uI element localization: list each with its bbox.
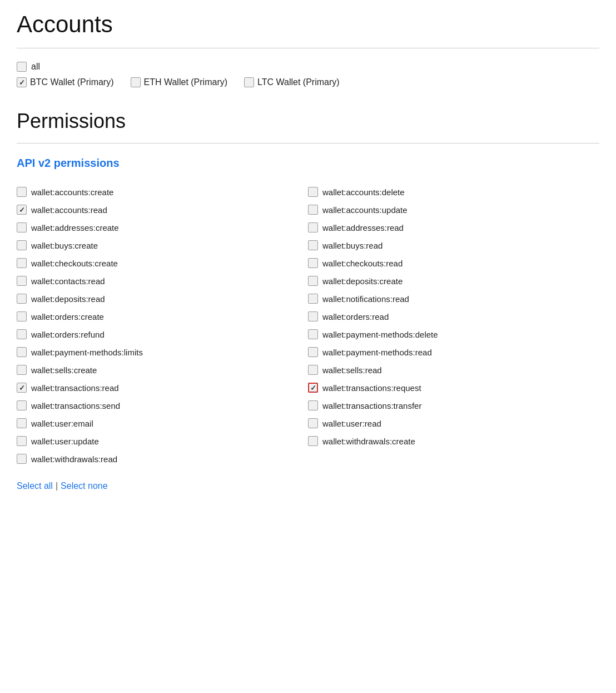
perm-label: wallet:accounts:create <box>31 187 113 197</box>
perm-wallet-payment-methods-read: wallet:payment-methods:read <box>308 343 599 361</box>
cb-wallet-transactions-send[interactable] <box>17 400 27 410</box>
perm-wallet-transactions-transfer: wallet:transactions:transfer <box>308 397 599 414</box>
perm-label: wallet:user:update <box>31 437 99 446</box>
page-title: Accounts <box>17 11 599 38</box>
cb-wallet-deposits-read[interactable] <box>17 294 27 304</box>
perm-wallet-transactions-request: wallet:transactions:request <box>308 379 599 397</box>
select-links: Select all|Select none <box>17 481 599 491</box>
cb-wallet-accounts-delete[interactable] <box>308 187 318 197</box>
select-none-link[interactable]: Select none <box>61 481 108 491</box>
btc-checkbox[interactable] <box>17 77 27 87</box>
eth-checkbox[interactable] <box>131 77 141 87</box>
pipe-separator: | <box>56 481 58 491</box>
cb-wallet-user-read[interactable] <box>308 418 318 428</box>
btc-label: BTC Wallet (Primary) <box>30 77 114 87</box>
perm-label: wallet:transactions:read <box>31 383 119 393</box>
perm-label: wallet:withdrawals:read <box>31 454 117 464</box>
perm-wallet-transactions-read: wallet:transactions:read <box>17 379 308 397</box>
perm-wallet-accounts-update: wallet:accounts:update <box>308 201 599 219</box>
cb-wallet-sells-read[interactable] <box>308 365 318 375</box>
cb-wallet-transactions-read[interactable] <box>17 383 27 393</box>
perm-label: wallet:contacts:read <box>31 276 105 286</box>
accounts-section: Accounts all BTC Wallet (Primary) ETH Wa… <box>17 11 599 87</box>
perm-label: wallet:transactions:request <box>322 383 421 393</box>
cb-wallet-deposits-create[interactable] <box>308 276 318 286</box>
cb-wallet-buys-read[interactable] <box>308 240 318 250</box>
cb-wallet-orders-create[interactable] <box>17 311 27 321</box>
perm-label: wallet:withdrawals:create <box>322 437 415 446</box>
perm-label: wallet:sells:read <box>322 365 382 375</box>
perm-label: wallet:payment-methods:delete <box>322 330 438 339</box>
cb-wallet-withdrawals-create[interactable] <box>308 436 318 446</box>
all-row: all <box>17 62 599 72</box>
perm-label: wallet:deposits:read <box>31 294 105 304</box>
perm-wallet-withdrawals-create: wallet:withdrawals:create <box>308 432 599 450</box>
perm-wallet-addresses-create: wallet:addresses:create <box>17 219 308 236</box>
cb-wallet-checkouts-create[interactable] <box>17 258 27 268</box>
all-checkbox[interactable] <box>17 62 27 72</box>
cb-wallet-addresses-create[interactable] <box>17 222 27 232</box>
cb-wallet-addresses-read[interactable] <box>308 222 318 232</box>
cb-wallet-orders-refund[interactable] <box>17 329 27 339</box>
perm-wallet-checkouts-create: wallet:checkouts:create <box>17 254 308 272</box>
perm-label: wallet:sells:create <box>31 365 97 375</box>
cb-wallet-contacts-read[interactable] <box>17 276 27 286</box>
cb-wallet-orders-read[interactable] <box>308 311 318 321</box>
perm-wallet-buys-create: wallet:buys:create <box>17 236 308 254</box>
cb-wallet-notifications-read[interactable] <box>308 294 318 304</box>
all-label: all <box>31 62 40 72</box>
perm-wallet-orders-create: wallet:orders:create <box>17 308 308 325</box>
perm-wallet-deposits-read: wallet:deposits:read <box>17 290 308 308</box>
perm-wallet-payment-methods-delete: wallet:payment-methods:delete <box>308 325 599 343</box>
perm-label: wallet:user:email <box>31 419 93 428</box>
perm-wallet-contacts-read: wallet:contacts:read <box>17 272 308 290</box>
perm-wallet-withdrawals-read: wallet:withdrawals:read <box>17 450 308 468</box>
perm-wallet-accounts-read: wallet:accounts:read <box>17 201 308 219</box>
perm-wallet-notifications-read: wallet:notifications:read <box>308 290 599 308</box>
wallet-ltc: LTC Wallet (Primary) <box>244 77 340 87</box>
perm-label: wallet:accounts:update <box>322 205 408 215</box>
perm-wallet-orders-read: wallet:orders:read <box>308 308 599 325</box>
cb-wallet-buys-create[interactable] <box>17 240 27 250</box>
perm-label: wallet:deposits:create <box>322 276 403 286</box>
perm-wallet-user-read: wallet:user:read <box>308 414 599 432</box>
perm-label: wallet:notifications:read <box>322 294 409 304</box>
cb-wallet-withdrawals-read[interactable] <box>17 454 27 464</box>
accounts-divider <box>17 48 599 48</box>
cb-wallet-payment-methods-delete[interactable] <box>308 329 318 339</box>
perm-wallet-buys-read: wallet:buys:read <box>308 236 599 254</box>
perm-label: wallet:orders:read <box>322 312 389 321</box>
perm-label: wallet:addresses:read <box>322 223 404 232</box>
cb-wallet-transactions-request[interactable] <box>308 383 318 393</box>
perm-label: wallet:orders:create <box>31 312 104 321</box>
perm-wallet-sells-create: wallet:sells:create <box>17 361 308 379</box>
permissions-grid: wallet:accounts:create wallet:accounts:r… <box>17 183 599 468</box>
perm-label: wallet:addresses:create <box>31 223 119 232</box>
cb-wallet-transactions-transfer[interactable] <box>308 400 318 410</box>
perm-wallet-user-update: wallet:user:update <box>17 432 308 450</box>
ltc-checkbox[interactable] <box>244 77 254 87</box>
cb-wallet-sells-create[interactable] <box>17 365 27 375</box>
perm-wallet-accounts-delete: wallet:accounts:delete <box>308 183 599 201</box>
cb-wallet-accounts-update[interactable] <box>308 205 318 215</box>
perm-label: wallet:user:read <box>322 419 381 428</box>
perm-label: wallet:checkouts:read <box>322 259 403 268</box>
permissions-title: Permissions <box>17 110 599 133</box>
cb-wallet-checkouts-read[interactable] <box>308 258 318 268</box>
right-column: wallet:accounts:delete wallet:accounts:u… <box>308 183 599 468</box>
cb-wallet-user-email[interactable] <box>17 418 27 428</box>
select-all-link[interactable]: Select all <box>17 481 53 491</box>
cb-wallet-payment-methods-limits[interactable] <box>17 347 27 357</box>
cb-wallet-accounts-create[interactable] <box>17 187 27 197</box>
permissions-divider <box>17 143 599 143</box>
cb-wallet-user-update[interactable] <box>17 436 27 446</box>
perm-wallet-orders-refund: wallet:orders:refund <box>17 325 308 343</box>
cb-wallet-accounts-read[interactable] <box>17 205 27 215</box>
perm-wallet-transactions-send: wallet:transactions:send <box>17 397 308 414</box>
permissions-section: Permissions API v2 permissions wallet:ac… <box>17 110 599 491</box>
perm-wallet-deposits-create: wallet:deposits:create <box>308 272 599 290</box>
perm-wallet-addresses-read: wallet:addresses:read <box>308 219 599 236</box>
ltc-label: LTC Wallet (Primary) <box>257 77 340 87</box>
cb-wallet-payment-methods-read[interactable] <box>308 347 318 357</box>
perm-wallet-accounts-create: wallet:accounts:create <box>17 183 308 201</box>
